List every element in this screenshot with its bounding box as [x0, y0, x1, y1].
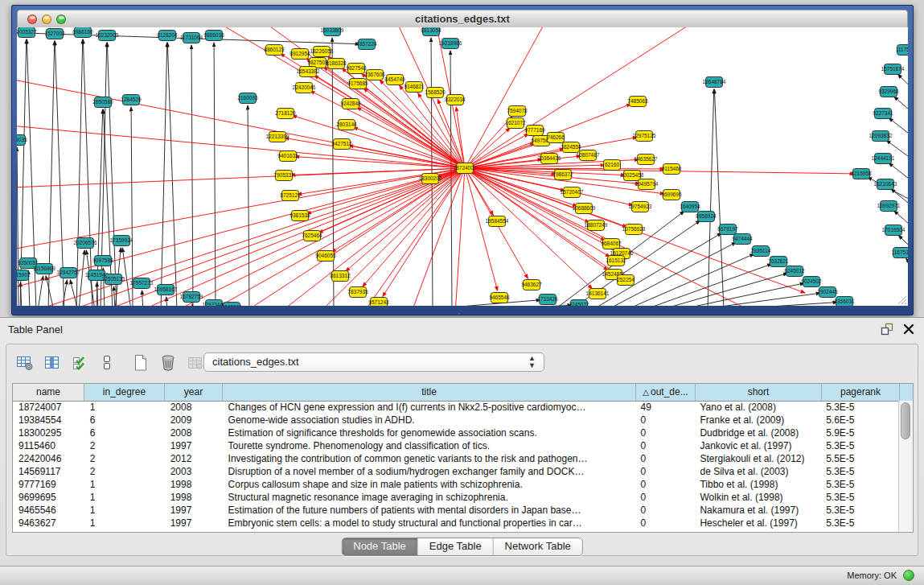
table-selector-dropdown[interactable]: citations_edges.txt ▲▼: [203, 352, 544, 372]
table-cell[interactable]: 2: [84, 452, 165, 465]
row-height-icon[interactable]: [95, 352, 119, 373]
table-cell[interactable]: 0: [635, 452, 695, 465]
table-cell[interactable]: Jankovic et al. (1997): [694, 439, 820, 452]
table-cell[interactable]: Stergiakouli et al. (2012): [694, 452, 820, 465]
table-cell[interactable]: Investigating the contribution of common…: [223, 452, 635, 465]
table-cell[interactable]: 5.3E-5: [820, 491, 898, 504]
table-cell[interactable]: 1997: [165, 517, 223, 529]
table-cell[interactable]: 1997: [165, 504, 223, 517]
tab-network-table[interactable]: Network Table: [494, 538, 582, 555]
table-cell[interactable]: 0: [635, 439, 695, 452]
table-cell[interactable]: 1: [84, 491, 165, 504]
table-cell[interactable]: 5.3E-5: [820, 465, 898, 478]
column-header-name[interactable]: name: [13, 384, 84, 401]
window-titlebar[interactable]: citations_edges.txt: [17, 10, 908, 28]
table-row[interactable]: 2242004622012Investigating the contribut…: [13, 452, 898, 465]
table-cell[interactable]: 1: [84, 478, 165, 491]
network-canvas[interactable]: 1872400788601238912954182260589827503165…: [17, 27, 908, 306]
table-cell[interactable]: 5.6E-5: [820, 414, 898, 426]
delete-columns-icon[interactable]: [156, 352, 180, 373]
table-cell[interactable]: 0: [635, 414, 695, 426]
table-cell[interactable]: 5.3E-5: [820, 478, 898, 491]
table-cell[interactable]: Genome-wide association studies in ADHD.: [223, 414, 635, 426]
resize-grip[interactable]: [896, 294, 907, 305]
table-row[interactable]: 977716911998Corpus callosum shape and si…: [13, 478, 898, 491]
table-cell[interactable]: 49: [635, 401, 695, 414]
table-cell[interactable]: Hescheler et al. (1997): [694, 517, 820, 529]
memory-status-indicator[interactable]: [903, 570, 914, 581]
table-cell[interactable]: Nakamura et al. (1997): [694, 504, 820, 517]
table-row[interactable]: 969969511998Structural magnetic resonanc…: [13, 491, 898, 504]
table-cell[interactable]: 0: [635, 426, 695, 439]
table-cell[interactable]: 2: [84, 465, 165, 478]
table-cell[interactable]: 9465546: [13, 504, 84, 517]
table-cell[interactable]: Wolkin et al. (1998): [694, 491, 820, 504]
tab-edge-table[interactable]: Edge Table: [418, 538, 494, 555]
table-cell[interactable]: 6: [84, 426, 165, 439]
table-cell[interactable]: 9699695: [13, 491, 84, 504]
scrollbar-thumb[interactable]: [901, 402, 910, 439]
table-cell[interactable]: Disruption of a novel member of a sodium…: [223, 465, 635, 478]
table-cell[interactable]: 1998: [165, 491, 223, 504]
table-cell[interactable]: Yano et al. (2008): [694, 401, 820, 414]
citation-network-graph[interactable]: 1872400788601238912954182260589827503165…: [17, 27, 908, 306]
table-cell[interactable]: 0: [635, 491, 695, 504]
table-cell[interactable]: Estimation of the future numbers of pati…: [223, 504, 635, 517]
panel-splitter-handle[interactable]: ⌃: [457, 314, 465, 317]
table-row[interactable]: 1938455462009Genome-wide association stu…: [13, 414, 898, 426]
table-cell[interactable]: Embryonic stem cells: a model to study s…: [223, 517, 635, 529]
close-panel-icon[interactable]: [903, 323, 914, 335]
table-cell[interactable]: 0: [635, 517, 695, 529]
new-table-icon[interactable]: [129, 352, 153, 373]
select-columns-icon[interactable]: [68, 352, 92, 373]
tab-node-table[interactable]: Node Table: [342, 538, 418, 555]
table-row[interactable]: 946554611997Estimation of the future num…: [13, 504, 898, 517]
column-header-out_de[interactable]: △out_de...: [636, 384, 696, 401]
table-cell[interactable]: 1: [84, 517, 165, 529]
table-cell[interactable]: Franke et al. (2009): [694, 414, 820, 426]
table-cell[interactable]: 5.3E-5: [820, 504, 898, 517]
table-cell[interactable]: Tourette syndrome. Phenomenology and cla…: [223, 439, 635, 452]
table-cell[interactable]: 1998: [165, 478, 223, 491]
table-cell[interactable]: Tibbo et al. (1998): [694, 478, 820, 491]
table-cell[interactable]: 2: [84, 439, 165, 452]
table-row[interactable]: 1456911722003Disruption of a novel membe…: [13, 465, 898, 478]
table-cell[interactable]: 22420046: [13, 452, 84, 465]
table-cell[interactable]: 0: [635, 504, 695, 517]
float-panel-icon[interactable]: [881, 323, 893, 336]
table-cell[interactable]: 1: [84, 401, 165, 414]
table-cell[interactable]: Dudbridge et al. (2008): [694, 426, 820, 439]
column-header-year[interactable]: year: [165, 384, 223, 401]
table-row[interactable]: 1872400712008Changes of HCN gene express…: [13, 401, 898, 414]
table-cell[interactable]: Changes of HCN gene expression and I(f) …: [223, 401, 635, 414]
column-header-pagerank[interactable]: pagerank: [822, 384, 900, 401]
table-cell[interactable]: 2012: [165, 452, 223, 465]
table-cell[interactable]: 1997: [165, 439, 223, 452]
table-cell[interactable]: Structural magnetic resonance image aver…: [223, 491, 635, 504]
table-cell[interactable]: 5.5E-5: [820, 452, 898, 465]
table-cell[interactable]: 2003: [165, 465, 223, 478]
table-cell[interactable]: 0: [635, 465, 695, 478]
column-header-short[interactable]: short: [696, 384, 822, 401]
table-cell[interactable]: 9777169: [13, 478, 84, 491]
table-cell[interactable]: Estimation of significance thresholds fo…: [223, 426, 635, 439]
table-cell[interactable]: 6: [84, 414, 165, 426]
table-cell[interactable]: 2008: [165, 401, 223, 414]
table-row[interactable]: 946362711997Embryonic stem cells: a mode…: [13, 517, 898, 529]
show-columns-icon[interactable]: [40, 352, 64, 373]
table-cell[interactable]: 9463627: [13, 517, 84, 529]
column-header-in_degree[interactable]: in_degree: [84, 384, 165, 401]
table-cell[interactable]: 9115460: [13, 439, 84, 452]
table-cell[interactable]: 18300295: [13, 426, 84, 439]
table-cell[interactable]: 2009: [165, 414, 223, 426]
table-cell[interactable]: 5.9E-5: [820, 426, 898, 439]
table-cell[interactable]: Corpus callosum shape and size in male p…: [223, 478, 635, 491]
vertical-scrollbar[interactable]: [898, 401, 913, 532]
table-cell[interactable]: 0: [635, 478, 695, 491]
table-cell[interactable]: de Silva et al. (2003): [694, 465, 820, 478]
table-cell[interactable]: 1: [84, 504, 165, 517]
table-cell[interactable]: 5.3E-5: [820, 401, 898, 414]
table-cell[interactable]: 5.3E-5: [820, 439, 898, 452]
column-header-title[interactable]: title: [223, 384, 636, 401]
table-cell[interactable]: 19384554: [13, 414, 84, 426]
